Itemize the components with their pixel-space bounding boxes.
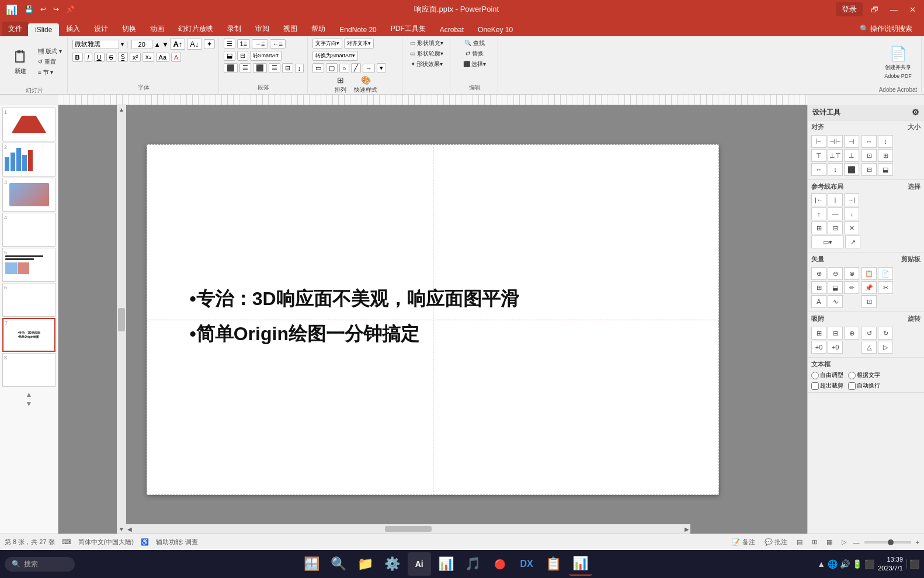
- italic-btn[interactable]: I: [85, 53, 92, 62]
- align-top[interactable]: ⊤: [811, 149, 826, 162]
- font-size-down[interactable]: ▼: [162, 41, 169, 48]
- section-btn[interactable]: ≡ 节 ▾: [36, 68, 64, 77]
- circle-shape[interactable]: ○: [339, 64, 349, 73]
- tab-design[interactable]: 设计: [87, 22, 115, 36]
- slide-scroll-down[interactable]: ▼: [26, 400, 33, 408]
- snap1[interactable]: ⊞: [811, 327, 826, 340]
- shape-effect-btn[interactable]: ✦ 形状效果▾: [409, 60, 445, 69]
- vec-merge[interactable]: ⊕: [811, 267, 826, 280]
- slide-thumb-3[interactable]: 3: [2, 178, 55, 212]
- app-icon[interactable]: 📊: [5, 2, 19, 16]
- underline-btn[interactable]: U: [94, 53, 105, 62]
- clipboard-format[interactable]: ⊡: [862, 295, 877, 308]
- taskbar-dx[interactable]: DX: [515, 552, 539, 576]
- free-resize-option[interactable]: 自由调型: [811, 371, 843, 379]
- rotate-ccw[interactable]: ↺: [862, 327, 877, 340]
- align-left-edge[interactable]: ⊢: [811, 135, 826, 148]
- snap4[interactable]: +0: [811, 341, 826, 354]
- tab-endnote[interactable]: EndNote 20: [332, 23, 383, 36]
- tray-network[interactable]: 🌐: [828, 559, 838, 569]
- replace-btn[interactable]: ⇄ 替换: [464, 49, 485, 58]
- strikethrough-btn[interactable]: S: [106, 53, 116, 62]
- minimize-btn[interactable]: —: [887, 4, 901, 15]
- clipboard-copy[interactable]: 📋: [862, 267, 877, 280]
- bold-btn[interactable]: B: [72, 53, 83, 62]
- restore-btn[interactable]: 🗗: [867, 4, 882, 15]
- scroll-right-btn[interactable]: ▶: [685, 526, 689, 532]
- snap5[interactable]: +0: [828, 341, 843, 354]
- scroll-thumb-h[interactable]: [385, 526, 432, 532]
- reset-btn[interactable]: ↺ 重置: [36, 57, 64, 67]
- slide-thumb-8[interactable]: 8: [2, 353, 55, 387]
- shape-fill-btn[interactable]: ▭ 形状填充▾: [408, 39, 445, 48]
- clip-overflow-check[interactable]: [811, 382, 819, 390]
- subscript-btn[interactable]: x₂: [143, 52, 154, 62]
- case-btn[interactable]: Aa: [156, 53, 169, 62]
- taskbar-powerpoint[interactable]: 📊: [569, 552, 592, 576]
- undo-btn[interactable]: ↩: [38, 4, 48, 15]
- text-box-btn[interactable]: 文字方向▾: [312, 39, 342, 49]
- tab-animation[interactable]: 动画: [143, 22, 171, 36]
- distribute-h[interactable]: ↔: [811, 163, 826, 176]
- zoom-minus[interactable]: —: [853, 539, 860, 546]
- arrow-shape[interactable]: →: [363, 64, 375, 73]
- line-shape[interactable]: ╱: [351, 63, 361, 73]
- distribute-v[interactable]: ↕: [828, 163, 843, 176]
- tray-up-arrow[interactable]: ▲: [817, 559, 825, 569]
- taskbar-search[interactable]: 🔍 搜索: [5, 557, 75, 572]
- taskbar-record-app[interactable]: 🔴: [488, 552, 512, 576]
- font-size-up[interactable]: ▲: [154, 41, 161, 48]
- align-slide[interactable]: ⬛: [844, 163, 859, 176]
- spacing-btn[interactable]: ↕: [295, 64, 304, 73]
- align-center-h[interactable]: ⊣⊢: [828, 135, 843, 148]
- shape-outline-btn[interactable]: ▭ 形状轮廓▾: [408, 49, 445, 58]
- align-left-btn[interactable]: ⬛: [224, 63, 238, 73]
- zoom-thumb[interactable]: [888, 539, 894, 545]
- slide-content[interactable]: •专治：3D响应面不美观，响应面图平滑 •简单Origin绘图一分钟搞定: [190, 285, 676, 355]
- show-desktop[interactable]: ⬛: [906, 559, 919, 569]
- clear-format-btn[interactable]: ✦: [204, 39, 215, 49]
- convert-to-smartart-btn[interactable]: 转换为SmartArt▾: [312, 51, 358, 61]
- slide-thumb-6[interactable]: 6: [2, 283, 55, 317]
- convert-smartart-btn[interactable]: 转SmartArt: [250, 51, 282, 61]
- taskbar-start[interactable]: 🪟: [300, 552, 324, 576]
- tab-view[interactable]: 视图: [276, 22, 304, 36]
- clipboard-special[interactable]: 📌: [862, 281, 877, 294]
- vec-curve[interactable]: ∿: [828, 295, 843, 308]
- align-right-edge[interactable]: ⊣: [844, 135, 859, 148]
- font-color-btn[interactable]: A: [171, 53, 181, 62]
- tab-review[interactable]: 审阅: [248, 22, 276, 36]
- round-rect-shape[interactable]: ▢: [326, 63, 338, 73]
- tab-record[interactable]: 录制: [220, 22, 248, 36]
- save-btn[interactable]: 💾: [22, 4, 36, 15]
- create-share-pdf-btn[interactable]: 📄 创建并共享 Adobe PDF: [881, 39, 915, 85]
- ref-custom[interactable]: ⊟: [828, 221, 843, 234]
- zoom-slider[interactable]: [864, 541, 911, 544]
- slide-thumb-4[interactable]: 4: [2, 213, 55, 247]
- rotate-cw[interactable]: ↻: [878, 327, 893, 340]
- horizontal-scrollbar[interactable]: ◀ ▶: [126, 524, 690, 534]
- match-width[interactable]: ↔: [862, 135, 877, 148]
- tray-update[interactable]: ⬛: [864, 559, 874, 569]
- rect-shape[interactable]: ▭: [312, 63, 324, 73]
- tab-search[interactable]: 🔍 操作说明搜索: [853, 22, 919, 36]
- reading-view-btn[interactable]: ▦: [824, 538, 835, 546]
- match-height[interactable]: ↕: [878, 135, 893, 148]
- snap2[interactable]: ⊟: [828, 327, 843, 340]
- justify-btn[interactable]: ☰: [269, 63, 280, 73]
- indent-less-btn[interactable]: ←≡: [270, 39, 286, 49]
- taskbar-user[interactable]: Ai: [408, 552, 431, 576]
- comments-btn[interactable]: 💬 批注: [762, 537, 790, 547]
- clipboard-paste[interactable]: 📄: [878, 267, 893, 280]
- font-name-arrow[interactable]: ▾: [121, 41, 124, 47]
- tray-battery[interactable]: 🔋: [852, 559, 862, 569]
- more-shapes[interactable]: ▾: [377, 63, 386, 73]
- normal-view-btn[interactable]: ▤: [794, 538, 805, 546]
- align-bottom[interactable]: ⊥: [844, 149, 859, 162]
- tab-islide[interactable]: iSlide: [28, 23, 59, 36]
- fit-text-option[interactable]: 根据文字: [848, 371, 880, 379]
- taskbar-search-app[interactable]: 🔍: [327, 552, 350, 576]
- find-btn[interactable]: 🔍 查找: [463, 39, 487, 48]
- clipboard-cut[interactable]: ✂: [878, 281, 893, 294]
- scroll-thumb-v[interactable]: [118, 308, 125, 331]
